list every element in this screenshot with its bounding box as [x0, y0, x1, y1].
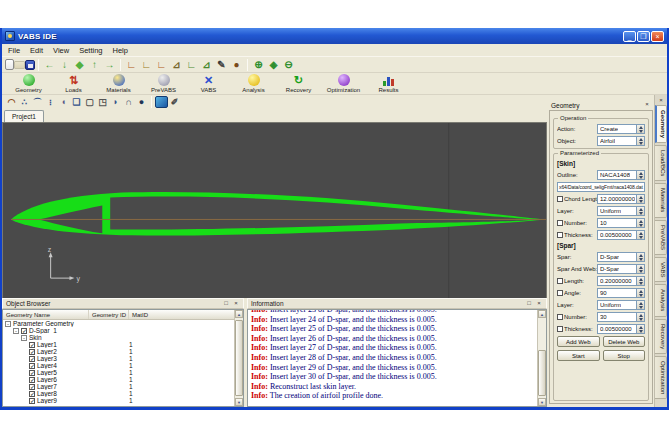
outline-path-input[interactable]: x64/Data/coord_seligFmt/naca1408.dat — [557, 182, 645, 192]
nav-down-icon[interactable]: ↓ — [57, 58, 72, 72]
tree-expander-icon[interactable]: - — [5, 321, 11, 327]
plot-tool-3-icon[interactable]: ∟ — [154, 58, 169, 72]
stop-button[interactable]: Stop — [603, 350, 646, 361]
spinner-icon[interactable] — [636, 231, 644, 239]
chord-length-input[interactable]: 12.00000000 — [597, 194, 645, 204]
module-optimization-button[interactable]: Optimization — [321, 73, 366, 94]
object-browser-scrollbar[interactable]: ▲ ▼ — [234, 310, 243, 406]
spinner-icon[interactable] — [636, 219, 644, 227]
tree-row[interactable]: ✓Layer71 — [3, 383, 234, 390]
zoom-fit-icon[interactable]: ◈ — [266, 58, 281, 72]
plot-tool-2-icon[interactable]: ∟ — [139, 58, 154, 72]
tree-row[interactable]: -✓D-Spar_1 — [3, 327, 234, 334]
side-tab-materials[interactable]: Materials — [655, 183, 667, 217]
plot-tool-6-icon[interactable]: ⊿ — [199, 58, 214, 72]
length-checkbox[interactable] — [557, 278, 563, 284]
plot-tool-1-icon[interactable]: ∟ — [124, 58, 139, 72]
float-panel-icon[interactable]: □ — [525, 300, 533, 308]
rectangle-tool-icon[interactable]: ▢ — [83, 96, 96, 108]
skin-thickness-checkbox[interactable] — [557, 232, 563, 238]
ellipse-tool-icon[interactable]: ◖ — [57, 96, 70, 108]
tab-project1[interactable]: Project1 — [4, 110, 44, 122]
scroll-down-icon[interactable]: ▼ — [538, 398, 546, 406]
viewport-canvas[interactable]: z y — [2, 122, 547, 298]
spinner-icon[interactable] — [636, 313, 644, 321]
module-vabs-button[interactable]: ✕VABS — [186, 73, 231, 94]
open-file-icon[interactable] — [14, 61, 25, 69]
chord-length-checkbox[interactable] — [557, 196, 563, 202]
column-header-geometry-name[interactable]: Geometry Name — [3, 310, 89, 319]
spar-layer-select[interactable]: Uniform — [597, 300, 645, 310]
minimize-icon[interactable]: _ — [623, 31, 636, 42]
side-tab-prevabs[interactable]: PreVABS — [655, 220, 667, 255]
menu-view[interactable]: View — [49, 46, 75, 55]
module-loads-button[interactable]: ⇅Loads — [51, 73, 96, 94]
scroll-thumb[interactable] — [235, 320, 243, 396]
close-panel-icon[interactable]: × — [535, 300, 543, 308]
nav-right-icon[interactable]: → — [102, 58, 117, 72]
close-dock-icon[interactable]: × — [655, 96, 667, 105]
new-file-icon[interactable] — [5, 59, 14, 70]
spinner-icon[interactable] — [636, 171, 644, 179]
plot-tool-5-icon[interactable]: ∟ — [184, 58, 199, 72]
nav-left-icon[interactable]: ← — [42, 58, 57, 72]
module-analysis-button[interactable]: Analysis — [231, 73, 276, 94]
tree-checkbox[interactable]: ✓ — [21, 328, 27, 334]
side-tab-vabs[interactable]: VABS — [655, 257, 667, 283]
delete-web-button[interactable]: Delete Web — [603, 336, 646, 347]
tree-checkbox[interactable]: ✓ — [29, 342, 35, 348]
maximize-icon[interactable]: ❒ — [637, 31, 650, 42]
spinner-icon[interactable] — [636, 195, 644, 203]
pencil-icon[interactable]: ✎ — [214, 58, 229, 72]
plot-tool-4-icon[interactable]: ⊿ — [169, 58, 184, 72]
side-tab-optimization[interactable]: Optimization — [655, 356, 667, 399]
angle-checkbox[interactable] — [557, 290, 563, 296]
start-button[interactable]: Start — [557, 350, 600, 361]
edit-sketch-tool-icon[interactable]: ✐ — [168, 96, 181, 108]
save-icon[interactable] — [25, 60, 35, 70]
spar-number-input[interactable]: 30 — [597, 312, 645, 322]
tree-checkbox[interactable]: ✓ — [29, 363, 35, 369]
skin-layer-select[interactable]: Uniform — [597, 206, 645, 216]
tree-expander-icon[interactable]: - — [13, 328, 19, 334]
tree-row[interactable]: ✓Layer81 — [3, 390, 234, 397]
float-panel-icon[interactable]: □ — [222, 300, 230, 308]
skin-number-checkbox[interactable] — [557, 220, 563, 226]
object-browser-column-header[interactable]: Geometry NameGeometry IDMatID — [3, 310, 234, 320]
tree-checkbox[interactable]: ✓ — [29, 384, 35, 390]
tree-checkbox[interactable]: ✓ — [29, 377, 35, 383]
spinner-icon[interactable] — [636, 265, 644, 273]
side-tab-analysis[interactable]: Analysis — [655, 284, 667, 316]
close-icon[interactable]: × — [651, 31, 664, 42]
nav-up-icon[interactable]: ↑ — [87, 58, 102, 72]
module-prevabs-button[interactable]: PreVABS — [141, 73, 186, 94]
tree-expander-icon[interactable]: - — [21, 335, 27, 341]
menu-setting[interactable]: Setting — [75, 46, 108, 55]
object-select[interactable]: Airfoil — [597, 136, 645, 146]
tree-row[interactable]: ✓Layer41 — [3, 362, 234, 369]
scroll-thumb[interactable] — [538, 350, 546, 396]
nav-center-icon[interactable]: ◆ — [72, 58, 87, 72]
texture-icon[interactable]: ● — [229, 58, 244, 72]
points-tool-icon[interactable]: ∴ — [18, 96, 31, 108]
tree-checkbox[interactable]: ✓ — [29, 349, 35, 355]
spar-thickness-checkbox[interactable] — [557, 326, 563, 332]
wedge-tool-icon[interactable]: ◗ — [109, 96, 122, 108]
module-results-button[interactable]: Results — [366, 73, 411, 94]
module-materials-button[interactable]: Materials — [96, 73, 141, 94]
side-tab-load-bcs[interactable]: Load/BCs — [655, 145, 667, 181]
axis-points-tool-icon[interactable]: ⁝ — [44, 96, 57, 108]
spinner-icon[interactable] — [636, 125, 644, 133]
spinner-icon[interactable] — [636, 137, 644, 145]
tree-row[interactable]: ✓Layer21 — [3, 348, 234, 355]
scroll-up-icon[interactable]: ▲ — [235, 310, 243, 318]
length-input[interactable]: 0.20000000 — [597, 276, 645, 286]
surface-tool-icon[interactable]: ❏ — [70, 96, 83, 108]
scroll-down-icon[interactable]: ▼ — [235, 398, 243, 406]
tree-row[interactable]: ✓Layer31 — [3, 355, 234, 362]
arc-tool-icon[interactable]: ◠ — [5, 96, 18, 108]
tree-row[interactable]: -Skin — [3, 334, 234, 341]
column-header-geometry-id[interactable]: Geometry ID — [89, 310, 129, 319]
module-geometry-button[interactable]: Geometry — [6, 73, 51, 94]
side-tab-geometry[interactable]: Geometry — [655, 105, 667, 143]
